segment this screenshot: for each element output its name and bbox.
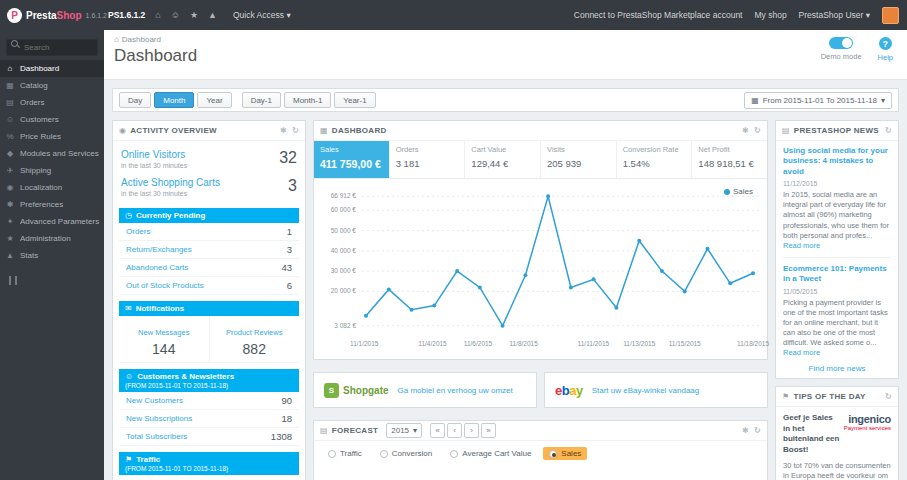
activity-row-link[interactable]: Out of Stock Products [126, 281, 204, 290]
activity-row-link[interactable]: Return/Exchanges [126, 245, 192, 254]
settings-icon[interactable]: ✱ [742, 426, 749, 435]
sidebar-item-shipping[interactable]: ✈Shipping [0, 162, 104, 179]
user-avatar[interactable] [882, 7, 899, 24]
chart-plot [362, 187, 759, 337]
dashboard-columns: ◉ Activity overview ✱ ↻ Online Visitors … [112, 120, 899, 480]
kpi-visits[interactable]: Visits205 939 [540, 141, 616, 178]
forecast-year-select[interactable]: 2015 ▾ [386, 423, 422, 438]
kpi-cart-value[interactable]: Cart Value129,44 € [464, 141, 540, 178]
filter-month-1-button[interactable]: Month-1 [284, 92, 331, 108]
favorites-icon[interactable]: ★ [190, 10, 198, 20]
sidebar-item-stats[interactable]: ▲Stats [0, 247, 104, 264]
sidebar-item-modules-and-services[interactable]: ◆Modules and Services [0, 145, 104, 162]
news-article-title[interactable]: Ecommerce 101: Payments in a Tweet [783, 264, 891, 285]
shopgate-link[interactable]: Ga mobiel en verhoog uw omzet [398, 386, 513, 395]
kpi-label: Conversion Rate [623, 145, 686, 154]
sidebar-item-catalog[interactable]: ▦Catalog [0, 77, 104, 94]
y-axis-label: 30 000 € [331, 267, 356, 274]
notification-link[interactable]: New Messages [138, 328, 189, 337]
sidebar-item-orders[interactable]: ▤Orders [0, 94, 104, 111]
kpi-net-profit[interactable]: Net Profit148 918,51 € [691, 141, 767, 178]
filter-day-button[interactable]: Day [119, 92, 151, 108]
sidebar-item-customers[interactable]: ☺Customers [0, 111, 104, 128]
online-visitors-link[interactable]: Online Visitors [121, 149, 187, 160]
tips-panel-header: ⚑ Tips of the day ↻ [776, 387, 898, 407]
sidebar-item-label: Price Rules [20, 132, 61, 141]
help-icon[interactable]: ? [879, 37, 892, 50]
settings-icon[interactable]: ✱ [742, 126, 749, 135]
forecast-nav-button-2[interactable]: › [464, 423, 479, 438]
sidebar-item-label: Orders [20, 98, 44, 107]
filter-month-button[interactable]: Month [154, 92, 194, 108]
administration-icon: ★ [5, 234, 15, 243]
filter-day-1-button[interactable]: Day-1 [242, 92, 281, 108]
page-title: Dashboard [114, 46, 897, 66]
prestashop-logo[interactable]: P PrestaShop 1.6.1.2 [0, 8, 104, 23]
activity-icon: ◉ [119, 126, 126, 135]
sidebar-item-administration[interactable]: ★Administration [0, 230, 104, 247]
refresh-icon[interactable]: ↻ [885, 126, 892, 135]
refresh-icon[interactable]: ↻ [754, 126, 761, 135]
forecast-metric-sales[interactable]: Sales [543, 447, 587, 460]
filter-year-1-button[interactable]: Year-1 [334, 92, 375, 108]
marketplace-link[interactable]: Connect to PrestaShop Marketplace accoun… [574, 10, 743, 20]
activity-row-link[interactable]: New Subscriptions [126, 414, 192, 423]
user-menu[interactable]: PrestaShop User ▾ [799, 10, 870, 20]
chevron-down-icon: ▾ [881, 96, 885, 105]
news-article-title[interactable]: Using social media for your business: 4 … [783, 146, 891, 177]
activity-row-link[interactable]: Abandoned Carts [126, 263, 188, 272]
sidebar-item-dashboard[interactable]: ⌂Dashboard [0, 60, 104, 77]
news-article-excerpt: In 2015, social media are an integral pa… [783, 190, 891, 251]
filter-year-button[interactable]: Year [197, 92, 231, 108]
sidebar-item-label: Advanced Parameters [20, 217, 99, 226]
x-axis-label: 11/4/2015 [418, 340, 446, 347]
forecast-nav-button-1[interactable]: ‹ [447, 423, 462, 438]
notification-link[interactable]: Product Reviews [226, 328, 282, 337]
activity-row-link[interactable]: New Customers [126, 396, 183, 405]
active-carts-link[interactable]: Active Shopping Carts [121, 177, 220, 188]
shop-icon[interactable]: ⌂ [155, 10, 160, 20]
help-control: ? Help [878, 37, 893, 62]
customers-icon[interactable]: ☺ [171, 10, 180, 20]
shop-name-link[interactable]: PS1.6.1.2 [108, 10, 145, 20]
refresh-icon[interactable]: ↻ [885, 392, 892, 401]
collapse-menu-icon[interactable] [9, 276, 17, 285]
forecast-nav-button-3[interactable]: » [481, 423, 496, 438]
forecast-metric-traffic[interactable]: Traffic [322, 447, 368, 460]
forecast-metric-average-cart-value[interactable]: Average Cart Value [444, 447, 537, 460]
refresh-icon[interactable]: ↻ [292, 126, 299, 135]
kpi-value: 3 181 [396, 158, 459, 169]
stats-icon: ▲ [5, 251, 15, 260]
quick-access-menu[interactable]: Quick Access ▾ [233, 10, 291, 20]
dashboard-panel-header: ▦ Dashboard ✱ ↻ [314, 121, 767, 141]
tips-headline: Geef je Sales in het buitenland een Boos… [783, 413, 840, 455]
kpi-orders[interactable]: Orders3 181 [389, 141, 465, 178]
advanced-parameters-icon: ✦ [5, 217, 15, 226]
upgrade-icon[interactable]: ▲ [208, 10, 217, 20]
demo-mode-toggle[interactable] [829, 37, 853, 49]
settings-icon[interactable]: ✱ [280, 126, 287, 135]
my-shop-link[interactable]: My shop [754, 10, 786, 20]
breadcrumb: ⌂ Dashboard [114, 35, 897, 44]
forecast-metric-conversion[interactable]: Conversion [374, 447, 438, 460]
kpi-label: Visits [547, 145, 610, 154]
forecast-nav-button-0[interactable]: « [430, 423, 445, 438]
sales-line-chart [362, 187, 759, 337]
kpi-value: 411 759,00 € [320, 158, 383, 170]
forecast-metric-label: Traffic [340, 449, 362, 458]
google-analytics-link[interactable]: Link to your Google Analytics account [119, 475, 299, 480]
date-range-picker[interactable]: ▦ From 2015-11-01 To 2015-11-18 ▾ [744, 92, 892, 109]
sidebar-item-preferences[interactable]: ✱Preferences [0, 196, 104, 213]
find-more-news-link[interactable]: Find more news [776, 358, 898, 378]
sidebar-item-price-rules[interactable]: %Price Rules [0, 128, 104, 145]
ebay-link[interactable]: Start uw eBay-winkel vandaag [592, 386, 700, 395]
sidebar-item-localization[interactable]: ◉Localization [0, 179, 104, 196]
activity-row-link[interactable]: Total Subscribers [126, 432, 187, 441]
read-more-link[interactable]: Read more [783, 348, 820, 357]
read-more-link[interactable]: Read more [783, 241, 820, 250]
refresh-icon[interactable]: ↻ [754, 426, 761, 435]
sidebar-item-advanced-parameters[interactable]: ✦Advanced Parameters [0, 213, 104, 230]
kpi-sales[interactable]: Sales411 759,00 € [314, 141, 389, 178]
kpi-conversion-rate[interactable]: Conversion Rate1.54% [616, 141, 692, 178]
activity-row-link[interactable]: Orders [126, 227, 150, 236]
